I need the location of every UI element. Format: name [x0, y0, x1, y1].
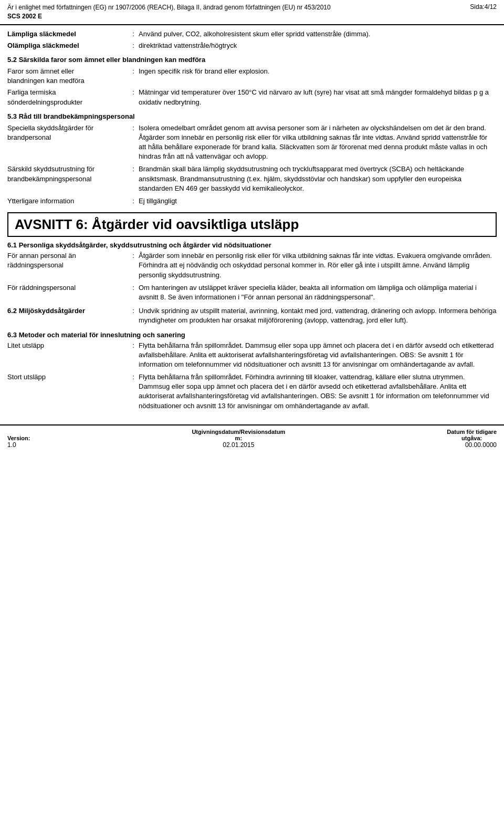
- date-value: 02.01.2015: [223, 441, 254, 449]
- header-page: Sida:4/12: [470, 3, 497, 11]
- ytterligare-value: Ej tillgängligt: [139, 196, 497, 206]
- for-annan-value: Åtgärder som innebär en personlig risk e…: [139, 251, 497, 280]
- miljo-heading: 6.2 Miljöskyddsåtgärder: [7, 307, 85, 315]
- stort-label: Stort utsläpp: [7, 372, 128, 382]
- litet-value: Flytta behållarna från spillområdet. Dam…: [139, 341, 497, 370]
- ytterligare-colon: :: [128, 196, 139, 206]
- farliga-value: Mätningar vid temperaturer över 150°C vi…: [139, 88, 497, 107]
- litet-label: Litet utsläpp: [7, 341, 128, 350]
- faror-row: Faror som ämnet eller blandningen kan me…: [7, 67, 497, 86]
- lampliga-value: Använd pulver, CO2, alkoholresistent sku…: [139, 29, 497, 39]
- header-line1: Är i enlighet med författningen (EG) nr …: [7, 3, 331, 12]
- olampliga-colon: :: [128, 41, 139, 50]
- lampliga-colon: :: [128, 29, 139, 39]
- for-annan-label: För annan personal än räddningspersonal: [7, 251, 128, 270]
- lampliga-label: Lämpliga släckmedel: [7, 29, 128, 39]
- miljo-value: Undvik spridning av utspillt material, a…: [139, 306, 497, 325]
- footer-prev: Datum för tidigare utgåva: 00.00.0000: [447, 429, 497, 449]
- miljo-label: 6.2 Miljöskyddsåtgärder: [7, 306, 128, 316]
- footer-version: Version: 1.0: [7, 435, 30, 449]
- prev-label: Datum för tidigare utgåva:: [447, 429, 497, 441]
- speciella-value: Isolera omedelbart området genom att avv…: [139, 123, 497, 162]
- sarskild-label: Särskild skyddsutrustning för brandbekäm…: [7, 164, 128, 183]
- olampliga-label: Olämpliga släckmedel: [7, 41, 128, 50]
- section-53-heading: 5.3 Råd till brandbekämpningspersonal: [7, 112, 497, 120]
- for-annan-colon: :: [128, 251, 139, 261]
- litet-colon: :: [128, 341, 139, 350]
- section-61-heading: 6.1 Personliga skyddsåtgärder, skyddsutr…: [7, 241, 497, 249]
- sarskild-row: Särskild skyddsutrustning för brandbekäm…: [7, 164, 497, 193]
- lampliga-row: Lämpliga släckmedel : Använd pulver, CO2…: [7, 29, 497, 39]
- footer: Version: 1.0 Utgivningsdatum/Revisionsda…: [0, 424, 504, 452]
- ytterligare-label: Ytterligare information: [7, 196, 128, 206]
- main-content: Lämpliga släckmedel : Använd pulver, CO2…: [0, 25, 504, 417]
- version-label: Version:: [7, 435, 30, 441]
- section-52-heading: 5.2 Särskilda faror som ämnet eller blan…: [7, 56, 497, 64]
- for-raddning-colon: :: [128, 283, 139, 293]
- faror-colon: :: [128, 67, 139, 76]
- ytterligare-row: Ytterligare information : Ej tillgänglig…: [7, 196, 497, 206]
- header-left: Är i enlighet med författningen (EG) nr …: [7, 3, 331, 21]
- date-label: Utgivningsdatum/Revisionsdatum m:: [192, 429, 285, 441]
- header-right: Sida:4/12: [470, 3, 497, 11]
- litet-row: Litet utsläpp : Flytta behållarna från s…: [7, 341, 497, 370]
- olampliga-value: direktriktad vattenstråle/högtryck: [139, 41, 497, 50]
- faror-label: Faror som ämnet eller blandningen kan me…: [7, 67, 128, 86]
- version-value: 1.0: [7, 441, 16, 449]
- header-line2: SCS 2002 E: [7, 12, 331, 21]
- for-raddning-label: För räddningspersonal: [7, 283, 128, 293]
- stort-value: Flytta behållarna från spillområdet. För…: [139, 372, 497, 411]
- farliga-colon: :: [128, 88, 139, 97]
- prev-value: 00.00.0000: [465, 441, 497, 449]
- section-63-heading: 6.3 Metoder och material för inneslutnin…: [7, 331, 497, 339]
- olampliga-row: Olämpliga släckmedel : direktriktad vatt…: [7, 41, 497, 50]
- sarskild-value: Brandmän skall bära lämplig skyddsutrust…: [139, 164, 497, 193]
- stort-row: Stort utsläpp : Flytta behållarna från s…: [7, 372, 497, 411]
- speciella-colon: :: [128, 123, 139, 133]
- footer-date: Utgivningsdatum/Revisionsdatum m: 02.01.…: [192, 429, 285, 449]
- for-raddning-value: Om hanteringen av utsläppet kräver speci…: [139, 283, 497, 302]
- miljo-row: 6.2 Miljöskyddsåtgärder : Undvik spridni…: [7, 306, 497, 325]
- for-raddning-row: För räddningspersonal : Om hanteringen a…: [7, 283, 497, 302]
- speciella-row: Speciella skyddsåtgärder för brandperson…: [7, 123, 497, 162]
- speciella-label: Speciella skyddsåtgärder för brandperson…: [7, 123, 128, 142]
- miljo-colon: :: [128, 306, 139, 316]
- faror-value: Ingen specifik risk för brand eller expl…: [139, 67, 497, 76]
- sarskild-colon: :: [128, 164, 139, 174]
- for-annan-row: För annan personal än räddningspersonal …: [7, 251, 497, 280]
- header: Är i enlighet med författningen (EG) nr …: [0, 0, 504, 25]
- farliga-label: Farliga termiska sönderdelningsprodukter: [7, 88, 128, 107]
- section-6-banner: AVSNITT 6: Åtgärder vid oavsiktliga utsl…: [7, 212, 497, 237]
- stort-colon: :: [128, 372, 139, 382]
- page: Är i enlighet med författningen (EG) nr …: [0, 0, 504, 452]
- farliga-row: Farliga termiska sönderdelningsprodukter…: [7, 88, 497, 107]
